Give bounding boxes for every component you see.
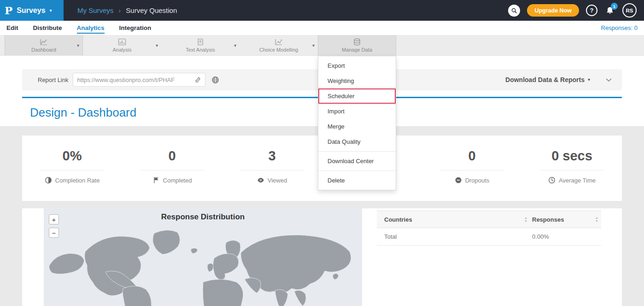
menu-item-merge[interactable]: Merge xyxy=(318,119,396,134)
breadcrumb-my-surveys[interactable]: My Surveys xyxy=(77,6,113,14)
world-map-panel[interactable]: Response Distribution + − xyxy=(44,208,362,306)
table-row: Total 0.00% xyxy=(377,228,601,246)
flag-icon xyxy=(152,177,160,184)
tab-analysis[interactable]: Analysis ▾ xyxy=(83,35,161,55)
response-distribution-card: Response Distribution + − xyxy=(22,208,622,306)
collapse-section-button[interactable] xyxy=(605,76,613,84)
analytics-toolbar: Dashboard ▾ Analysis ▾ Text Analysis ▾ C… xyxy=(0,35,644,56)
nav-item-integration[interactable]: Integration xyxy=(119,22,152,34)
responses-counter: Responses: 0 xyxy=(601,24,638,31)
chevron-down-icon xyxy=(605,76,613,84)
questionpro-logo: P xyxy=(5,5,12,16)
chevron-down-icon[interactable]: ▾ xyxy=(234,43,236,48)
link-icon[interactable] xyxy=(194,76,201,83)
menu-item-data-quality[interactable]: Data Quality xyxy=(318,134,396,149)
half-circle-icon xyxy=(45,177,52,184)
report-link-input-wrap xyxy=(73,73,205,87)
world-map xyxy=(44,225,362,306)
tab-label: Text Analysis xyxy=(186,47,215,53)
menu-item-export[interactable]: Export xyxy=(318,58,396,73)
tab-label: Choice Modelling xyxy=(259,47,298,53)
help-button[interactable]: ? xyxy=(586,5,597,16)
countries-column-header[interactable]: Countries xyxy=(384,216,412,223)
search-icon xyxy=(511,7,517,14)
stat-dropouts: 0 Dropouts xyxy=(422,148,522,201)
countries-table-header: Countries ▲▼ Responses ▲▼ xyxy=(377,211,601,228)
stat-average-time: 0 secs Average Time xyxy=(522,148,622,201)
report-link-input[interactable] xyxy=(77,76,192,83)
countries-table: Countries ▲▼ Responses ▲▼ Total 0.00% xyxy=(377,211,601,306)
menu-item-delete[interactable]: Delete xyxy=(318,173,396,188)
customize-link-button[interactable] xyxy=(211,76,219,84)
chevron-down-icon[interactable]: ▾ xyxy=(312,43,315,48)
menu-divider xyxy=(318,151,396,152)
topbar-actions: Upgrade Now ? 1 RS xyxy=(508,3,644,18)
product-menu-label: Surveys xyxy=(17,6,45,15)
sort-icon[interactable]: ▲▼ xyxy=(595,217,598,223)
menu-item-download-center[interactable]: Download Center xyxy=(318,153,396,169)
chevron-down-icon: ▾ xyxy=(50,8,52,13)
nav-item-analytics[interactable]: Analytics xyxy=(77,22,105,34)
manage-data-menu: Export Weighting Scheduler Import Merge … xyxy=(318,56,396,190)
stat-value: 0% xyxy=(41,148,104,171)
nav-item-edit[interactable]: Edit xyxy=(6,22,18,34)
section-nav: Edit Distribute Analytics Integration Re… xyxy=(0,21,644,35)
stat-label: Completed xyxy=(163,177,192,184)
document-icon xyxy=(196,38,205,46)
minus-circle-icon xyxy=(455,177,462,184)
tab-text-analysis[interactable]: Text Analysis ▾ xyxy=(161,35,240,55)
tab-label: Analysis xyxy=(113,47,132,53)
notification-badge: 1 xyxy=(611,3,618,10)
chevron-down-icon: ▾ xyxy=(588,77,590,82)
breadcrumb-current: Survey Question xyxy=(126,6,177,14)
chevron-down-icon[interactable]: ▾ xyxy=(156,43,158,48)
menu-item-import[interactable]: Import xyxy=(318,104,396,119)
search-button[interactable] xyxy=(508,5,520,17)
menu-item-scheduler[interactable]: Scheduler xyxy=(318,88,396,104)
stat-completed: 0 Completed xyxy=(122,148,222,201)
avatar[interactable]: RS xyxy=(622,3,637,18)
stat-value: 0 xyxy=(141,148,204,171)
breadcrumb: My Surveys › Survey Question xyxy=(77,6,177,14)
breadcrumb-separator: › xyxy=(118,6,121,14)
eye-icon xyxy=(257,177,264,184)
stat-value: 0 secs xyxy=(540,148,604,171)
notifications-button[interactable]: 1 xyxy=(604,5,615,16)
nav-item-distribute[interactable]: Distribute xyxy=(33,22,62,34)
stat-viewed: 3 Viewed xyxy=(222,148,322,201)
tab-dashboard[interactable]: Dashboard ▾ xyxy=(5,35,83,55)
tab-label: Manage Data xyxy=(342,47,372,53)
bar-chart-icon xyxy=(118,38,126,46)
total-row-label: Total xyxy=(384,233,397,240)
database-icon xyxy=(353,38,361,46)
menu-divider xyxy=(318,171,396,171)
stat-label: Viewed xyxy=(268,177,287,184)
clock-icon xyxy=(548,177,556,184)
upgrade-now-button[interactable]: Upgrade Now xyxy=(527,4,579,17)
responses-column-header[interactable]: Responses xyxy=(532,216,564,223)
tab-manage-data[interactable]: Manage Data xyxy=(318,35,396,55)
globe-icon xyxy=(211,76,219,84)
stat-value: 0 xyxy=(440,148,504,171)
line-chart-icon xyxy=(40,38,48,46)
zoom-in-button[interactable]: + xyxy=(49,214,59,224)
topbar: P Surveys ▾ My Surveys › Survey Question… xyxy=(0,0,644,21)
map-title: Response Distribution xyxy=(44,208,362,222)
stat-completion-rate: 0% Completion Rate xyxy=(22,148,122,201)
stat-label: Average Time xyxy=(559,177,596,184)
sort-icon[interactable]: ▲▼ xyxy=(524,217,527,223)
stat-label: Completion Rate xyxy=(55,177,100,184)
report-link-label: Report Link xyxy=(38,76,68,83)
nav-items: Edit Distribute Analytics Integration xyxy=(6,22,151,34)
total-row-value: 0.00% xyxy=(532,233,549,240)
tab-choice-modelling[interactable]: Choice Modelling ▾ xyxy=(240,35,318,55)
chevron-down-icon[interactable]: ▾ xyxy=(77,43,79,48)
stat-value: 3 xyxy=(240,148,304,171)
stat-label: Dropouts xyxy=(465,177,490,184)
product-switcher[interactable]: P Surveys ▾ xyxy=(0,0,64,21)
download-data-reports-menu[interactable]: Download Data & Reports ▾ xyxy=(505,76,590,83)
download-data-reports-label: Download Data & Reports xyxy=(505,76,585,83)
tab-label: Dashboard xyxy=(31,47,56,53)
scatter-chart-icon xyxy=(275,38,283,46)
menu-item-weighting[interactable]: Weighting xyxy=(318,73,396,88)
